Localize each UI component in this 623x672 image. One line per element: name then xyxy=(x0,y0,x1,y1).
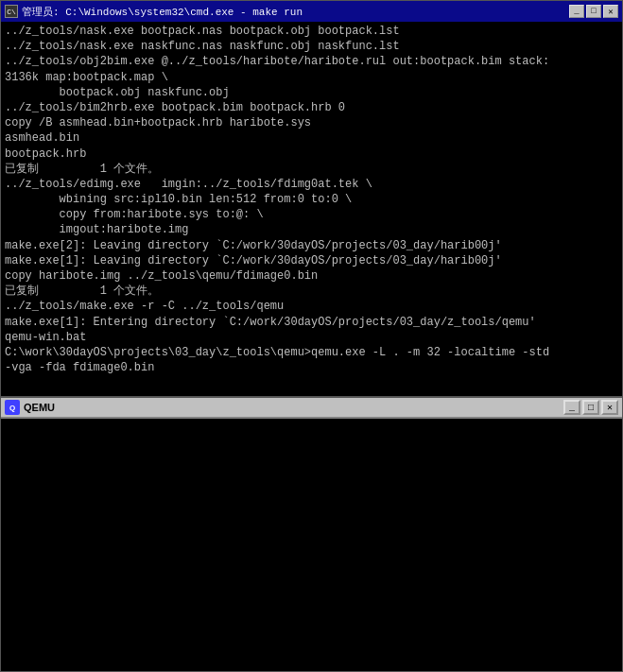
qemu-maximize-button[interactable]: □ xyxy=(582,400,599,415)
qemu-titlebar-left: Q QEMU xyxy=(5,400,55,415)
cmd-line: ../z_tools/make.exe -r -C ../z_tools/qem… xyxy=(5,299,618,314)
cmd-line: copy haribote.img ../z_tools\qemu/fdimag… xyxy=(5,268,618,284)
cmd-window: C\ 管理员: C:\Windows\system32\cmd.exe - ma… xyxy=(0,0,623,397)
qemu-content xyxy=(1,419,622,671)
cmd-minimize-button[interactable]: _ xyxy=(569,5,584,18)
qemu-titlebar: Q QEMU _ □ ✕ xyxy=(1,398,622,419)
qemu-titlebar-controls: _ □ ✕ xyxy=(563,400,618,415)
cmd-content: ../z_tools/nask.exe bootpack.nas bootpac… xyxy=(1,22,622,396)
cmd-close-button[interactable]: ✕ xyxy=(603,5,618,18)
cmd-line: 已复制 1 个文件。 xyxy=(5,162,618,177)
cmd-line: make.exe[1]: Leaving directory `C:/work/… xyxy=(5,253,618,268)
cmd-line: copy /B asmhead.bin+bootpack.hrb haribot… xyxy=(5,115,618,130)
cmd-line: imgout:haribote.img xyxy=(5,222,618,237)
cmd-titlebar: C\ 管理员: C:\Windows\system32\cmd.exe - ma… xyxy=(1,1,622,22)
cmd-line: wbining src:ipl10.bin len:512 from:0 to:… xyxy=(5,192,618,207)
cmd-line: ../z_tools/bim2hrb.exe bootpack.bim boot… xyxy=(5,100,618,115)
cmd-line: 已复制 1 个文件。 xyxy=(5,284,618,299)
cmd-title: 管理员: C:\Windows\system32\cmd.exe - make … xyxy=(22,5,303,19)
cmd-line: ../z_tools/obj2bim.exe @../z_tools/harib… xyxy=(5,54,618,69)
cmd-line: asmhead.bin xyxy=(5,130,618,146)
cmd-line: bootpack.obj naskfunc.obj xyxy=(5,85,618,100)
qemu-title: QEMU xyxy=(24,402,55,413)
cmd-line: make.exe[1]: Entering directory `C:/work… xyxy=(5,315,618,330)
cmd-line: qemu-win.bat xyxy=(5,330,618,345)
cmd-line: bootpack.hrb xyxy=(5,146,618,162)
cmd-line: 3136k map:bootpack.map \ xyxy=(5,70,618,85)
cmd-line: C:\work\30dayOS\projects\03_day\z_tools\… xyxy=(5,345,618,360)
cmd-maximize-button[interactable]: □ xyxy=(586,5,601,18)
cmd-line: ../z_tools/edimg.exe imgin:../z_tools/fd… xyxy=(5,177,618,192)
cmd-icon: C\ xyxy=(5,5,18,18)
cmd-titlebar-left: C\ 管理员: C:\Windows\system32\cmd.exe - ma… xyxy=(5,5,303,19)
qemu-icon: Q xyxy=(5,400,20,415)
cmd-line: -vga -fda fdimage0.bin xyxy=(5,360,618,375)
cmd-line: make.exe[2]: Leaving directory `C:/work/… xyxy=(5,238,618,253)
qemu-minimize-button[interactable]: _ xyxy=(563,400,580,415)
cmd-line: copy from:haribote.sys to:@: \ xyxy=(5,207,618,222)
qemu-window: Q QEMU _ □ ✕ xyxy=(0,397,623,672)
cmd-line: ../z_tools/nask.exe bootpack.nas bootpac… xyxy=(5,24,618,39)
qemu-close-button[interactable]: ✕ xyxy=(601,400,618,415)
cmd-line: ../z_tools/nask.exe naskfunc.nas naskfun… xyxy=(5,39,618,54)
cmd-titlebar-controls: _ □ ✕ xyxy=(569,5,618,18)
